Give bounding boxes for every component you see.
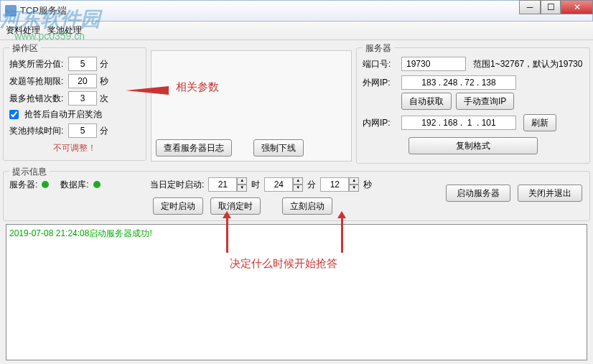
hour-down[interactable]: ▼ [237,185,247,192]
server-title: 服务器 [363,42,394,55]
min-input[interactable] [264,177,293,192]
time-limit-label: 发题等抢期限: [9,75,65,88]
operation-area-group: 操作区 抽奖所需分值: 分 发题等抢期限: 秒 最多抢错次数: 次 抢答后自动开… [3,47,146,161]
hour-input[interactable] [208,177,237,192]
no-adjust-warning: 不可调整！ [9,142,140,154]
server-status-dot [42,181,49,188]
max-error-input[interactable] [68,91,97,106]
hour-up[interactable]: ▲ [237,177,247,185]
menu-bar: 资料处理 奖池处理 [0,22,593,40]
time-limit-input[interactable] [68,74,97,88]
menu-data-processing[interactable]: 资料处理 [6,24,40,37]
server-group: 服务器 端口号: 范围1~32767，默认为19730 外网IP: 自动获取 手… [356,47,590,164]
start-now-button[interactable]: 立刻启动 [282,197,332,215]
wan-ip-input[interactable] [401,75,516,90]
pool-duration-input[interactable] [68,123,97,138]
sec-unit: 秒 [363,179,372,191]
annotation-arrow-2 [226,217,228,253]
max-error-label: 最多抢错次数: [9,93,65,105]
pool-duration-unit: 分 [100,125,108,137]
menu-pool-processing[interactable]: 奖池处理 [47,24,82,37]
manual-query-button[interactable]: 手动查询IP [456,93,514,110]
auto-get-button[interactable]: 自动获取 [401,93,452,110]
auto-open-label: 抢答后自动开启奖池 [24,108,102,121]
log-line: 2019-07-08 21:24:08启动服务器成功! [9,228,584,240]
window-title: TCP服务端 [20,4,67,17]
close-button[interactable]: ✕ [561,0,593,14]
log-area[interactable]: 2019-07-08 21:24:08启动服务器成功! [6,224,587,360]
timer-label: 当日定时启动: [150,179,204,191]
score-input[interactable] [68,57,97,71]
sec-input[interactable] [320,177,349,192]
db-status-label: 数据库: [60,179,88,191]
db-status-dot [93,181,101,188]
timer-start-button[interactable]: 定时启动 [153,197,203,215]
view-log-button[interactable]: 查看服务器日志 [156,139,232,157]
port-input[interactable] [401,57,466,71]
refresh-button[interactable]: 刷新 [523,114,556,131]
time-limit-unit: 秒 [100,75,108,88]
copy-format-button[interactable]: 复制格式 [408,137,538,154]
server-status-label: 服务器: [9,179,37,191]
title-bar: TCP服务端 ─ ☐ ✕ [0,0,593,22]
max-error-unit: 次 [100,93,108,105]
app-icon [5,5,17,17]
annotation-arrow-3 [341,217,343,253]
auto-open-checkbox[interactable] [9,110,19,119]
port-label: 端口号: [363,58,398,70]
annotation-arrow-1 [126,86,169,95]
lan-ip-label: 内网IP: [363,117,398,129]
tips-title: 提示信息 [9,166,50,178]
min-down[interactable]: ▼ [293,185,303,192]
hour-unit: 时 [251,179,260,191]
minimize-button[interactable]: ─ [519,0,541,14]
pool-duration-label: 奖池持续时间: [9,125,65,137]
mid-panel: 查看服务器日志 强制下线 [151,50,352,162]
tips-group: 提示信息 服务器: 数据库: 当日定时启动: ▲▼ 时 ▲▼ 分 ▲▼ 秒 启动… [3,171,590,221]
min-up[interactable]: ▲ [293,177,303,185]
score-label: 抽奖所需分值: [9,58,65,70]
lan-ip-input[interactable] [401,116,516,130]
start-server-button[interactable]: 启动服务器 [446,185,510,202]
sec-down[interactable]: ▼ [349,185,359,192]
score-unit: 分 [100,58,108,70]
cancel-timer-button[interactable]: 取消定时 [210,197,261,215]
close-exit-button[interactable]: 关闭并退出 [518,185,582,202]
force-offline-button[interactable]: 强制下线 [253,139,304,157]
maximize-button[interactable]: ☐ [541,0,561,14]
min-unit: 分 [307,179,316,191]
operation-area-title: 操作区 [9,42,41,55]
wan-ip-label: 外网IP: [363,77,398,89]
sec-up[interactable]: ▲ [349,177,359,185]
port-hint: 范围1~32767，默认为19730 [473,58,582,70]
